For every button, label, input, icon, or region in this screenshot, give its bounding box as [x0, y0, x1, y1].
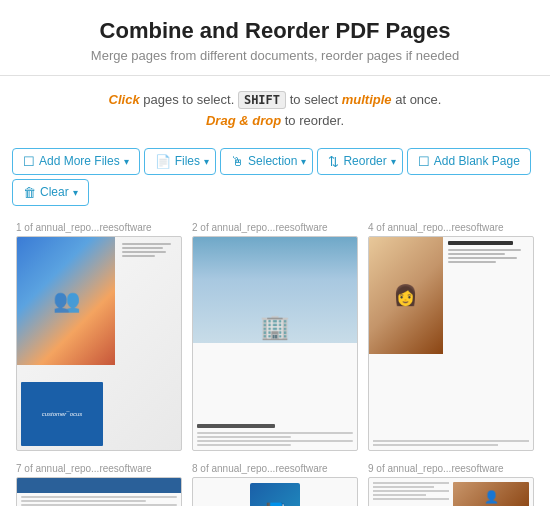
page-label: 8 of annual_repo...reesoftware	[192, 463, 358, 474]
instruction-part4: at once.	[395, 92, 441, 107]
list-item[interactable]: 9 of annual_repo...reesoftware	[368, 463, 534, 506]
shift-key: SHIFT	[238, 91, 286, 109]
thumb-logo	[21, 382, 103, 446]
list-item[interactable]: 1 of annual_repo...reesoftware	[16, 222, 182, 452]
page-thumbnail[interactable]	[368, 477, 534, 506]
multiple-label: multiple	[342, 92, 392, 107]
header: Combine and Reorder PDF Pages Merge page…	[0, 0, 550, 71]
list-item[interactable]: 7 of annual_repo...reesoftware	[16, 463, 182, 506]
pages-grid: 1 of annual_repo...reesoftware 2 of annu…	[0, 214, 550, 506]
page-thumbnail[interactable]	[192, 236, 358, 452]
add-files-label: Add More Files	[39, 154, 120, 168]
clear-icon: 🗑	[23, 185, 36, 200]
thumb-content	[21, 496, 177, 506]
page-subtitle: Merge pages from different documents, re…	[20, 48, 530, 63]
page-title: Combine and Reorder PDF Pages	[20, 18, 530, 44]
files-caret: ▾	[204, 156, 209, 167]
add-files-icon: ☐	[23, 154, 35, 169]
list-item[interactable]: 8 of annual_repo...reesoftware	[192, 463, 358, 506]
thumb-book	[250, 483, 300, 506]
page-label: 9 of annual_repo...reesoftware	[368, 463, 534, 474]
selection-caret: ▾	[301, 156, 306, 167]
instructions: Click pages to select. SHIFT to select m…	[89, 80, 462, 140]
thumb-photo	[17, 237, 115, 365]
thumb-header	[17, 478, 181, 493]
selection-icon: 🖱	[231, 154, 244, 169]
thumb-content	[373, 482, 529, 506]
clear-caret: ▾	[73, 187, 78, 198]
page-thumbnail[interactable]	[16, 477, 182, 506]
page-label: 4 of annual_repo...reesoftware	[368, 222, 534, 233]
page-label: 2 of annual_repo...reesoftware	[192, 222, 358, 233]
files-button[interactable]: 📄 Files ▾	[144, 148, 216, 175]
selection-button[interactable]: 🖱 Selection ▾	[220, 148, 313, 175]
list-item[interactable]: 2 of annual_repo...reesoftware	[192, 222, 358, 452]
add-files-button[interactable]: ☐ Add More Files ▾	[12, 148, 140, 175]
page-label: 1 of annual_repo...reesoftware	[16, 222, 182, 233]
page-label: 7 of annual_repo...reesoftware	[16, 463, 182, 474]
reorder-button[interactable]: ⇅ Reorder ▾	[317, 148, 402, 175]
list-item[interactable]: 4 of annual_repo...reesoftware	[368, 222, 534, 452]
add-blank-label: Add Blank Page	[434, 154, 520, 168]
selection-label: Selection	[248, 154, 297, 168]
add-blank-icon: ☐	[418, 154, 430, 169]
header-divider	[0, 75, 550, 76]
page-thumbnail[interactable]	[192, 477, 358, 506]
app-container: Combine and Reorder PDF Pages Merge page…	[0, 0, 550, 506]
thumb-text	[446, 239, 531, 265]
instruction-part2: pages to select.	[143, 92, 238, 107]
toolbar: ☐ Add More Files ▾ 📄 Files ▾ 🖱 Selection…	[0, 140, 550, 214]
thumb-person	[369, 237, 443, 354]
instruction-part3: to select	[290, 92, 342, 107]
instruction-part5: to reorder.	[285, 113, 344, 128]
page-thumbnail[interactable]	[368, 236, 534, 452]
files-label: Files	[175, 154, 200, 168]
reorder-caret: ▾	[391, 156, 396, 167]
thumb-text	[197, 424, 353, 446]
add-blank-button[interactable]: ☐ Add Blank Page	[407, 148, 531, 175]
thumb-text	[120, 241, 179, 358]
thumb-building	[193, 237, 357, 344]
click-label: Click	[109, 92, 140, 107]
drag-label: Drag & drop	[206, 113, 281, 128]
clear-label: Clear	[40, 185, 69, 199]
clear-button[interactable]: 🗑 Clear ▾	[12, 179, 89, 206]
files-icon: 📄	[155, 154, 171, 169]
add-files-caret: ▾	[124, 156, 129, 167]
page-thumbnail[interactable]	[16, 236, 182, 452]
reorder-icon: ⇅	[328, 154, 339, 169]
reorder-label: Reorder	[343, 154, 386, 168]
thumb-bottom	[373, 440, 529, 446]
